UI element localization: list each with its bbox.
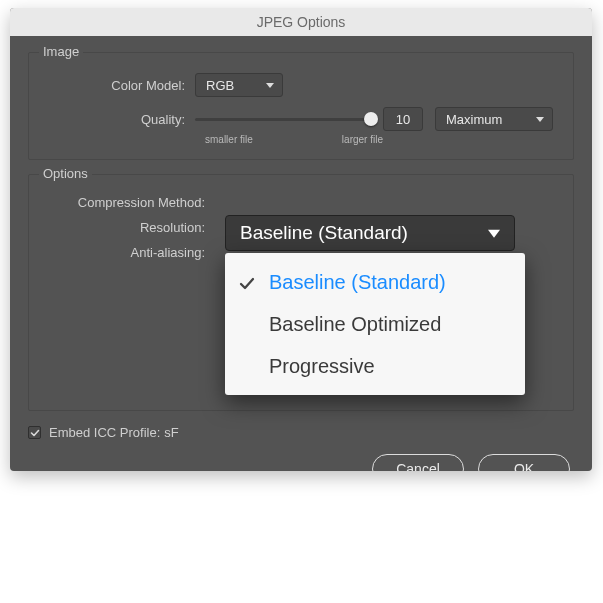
ok-button[interactable]: OK [478, 454, 570, 471]
ok-button-label: OK [514, 461, 534, 471]
dropdown-item-baseline-optimized[interactable]: Baseline Optimized [225, 303, 525, 345]
cancel-button[interactable]: Cancel [372, 454, 464, 471]
color-model-label: Color Model: [45, 78, 195, 93]
cancel-button-label: Cancel [396, 461, 440, 471]
embed-icc-checkbox[interactable] [28, 426, 41, 439]
embed-icc-label: Embed ICC Profile: [49, 425, 160, 440]
quality-value-input[interactable]: 10 [383, 107, 423, 131]
dropdown-item-baseline-standard[interactable]: Baseline (Standard) [225, 261, 525, 303]
dropdown-item-label: Baseline Optimized [269, 313, 441, 336]
quality-preset-select[interactable]: Maximum [435, 107, 553, 131]
quality-max-label: larger file [342, 134, 383, 145]
compression-method-select[interactable]: Baseline (Standard) [225, 215, 515, 251]
color-model-value: RGB [206, 78, 234, 93]
quality-slider-thumb[interactable] [364, 112, 378, 126]
quality-min-label: smaller file [205, 134, 253, 145]
anti-aliasing-label: Anti-aliasing: [45, 245, 215, 260]
check-icon [239, 274, 255, 290]
embed-icc-row: Embed ICC Profile: sF [28, 425, 574, 440]
check-icon [30, 428, 40, 438]
compression-method-dropdown: Baseline (Standard) Baseline Optimized P… [225, 253, 525, 395]
compression-method-value: Baseline (Standard) [240, 222, 408, 244]
dialog-title: JPEG Options [257, 14, 346, 30]
embed-icc-suffix: sF [164, 425, 178, 440]
dialog-titlebar: JPEG Options [10, 8, 592, 36]
quality-label: Quality: [45, 112, 195, 127]
quality-value: 10 [396, 112, 410, 127]
color-model-select[interactable]: RGB [195, 73, 283, 97]
compression-label: Compression Method: [45, 195, 215, 210]
image-group-title: Image [39, 44, 83, 59]
image-group: Image Color Model: RGB Quality: 10 [28, 52, 574, 160]
resolution-label: Resolution: [45, 220, 215, 235]
quality-slider[interactable] [195, 118, 373, 121]
dropdown-item-label: Progressive [269, 355, 375, 378]
quality-preset-value: Maximum [446, 112, 502, 127]
options-group-title: Options [39, 166, 92, 181]
dropdown-item-label: Baseline (Standard) [269, 271, 446, 294]
dialog-buttons: Cancel OK [28, 454, 574, 471]
jpeg-options-dialog: JPEG Options Image Color Model: RGB Qual… [10, 8, 592, 471]
options-group: Options Compression Method: Resolution: … [28, 174, 574, 411]
dropdown-item-progressive[interactable]: Progressive [225, 345, 525, 387]
